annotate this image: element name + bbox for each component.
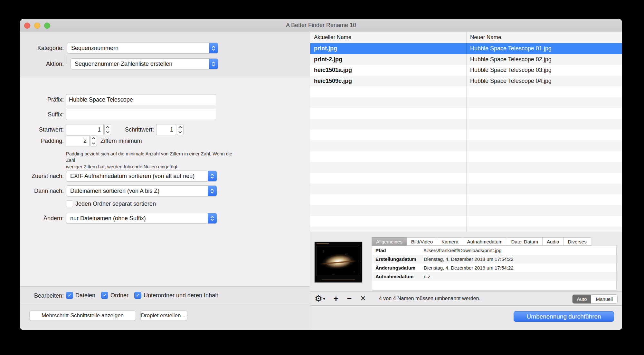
new-name-cell: Hubble Space Telescope 02.jpg xyxy=(466,54,622,65)
startwert-label: Startwert: xyxy=(20,124,64,135)
metadata-row: Änderungsdatum Dienstag, 4. Dezember 201… xyxy=(372,263,616,272)
tab-audio[interactable]: Audio xyxy=(542,237,564,246)
metadata-key: Erstellungsdatum xyxy=(372,256,424,262)
padding-input[interactable]: 2 xyxy=(66,135,90,146)
metadata-panel: Allgemeines Bild/Video Kamera Aufnahmeda… xyxy=(310,232,622,292)
stepper-up-icon[interactable] xyxy=(105,124,111,130)
padding-stepper[interactable] xyxy=(90,135,97,146)
dann-nach-popup[interactable]: Dateinamen sortieren (von A bis Z) xyxy=(66,185,217,196)
bearbeiten-dateien-row: ✓ Dateien xyxy=(66,292,95,299)
aendern-label: Ändern: xyxy=(20,213,64,224)
dateien-label: Dateien xyxy=(75,292,95,299)
padding-label: Padding: xyxy=(20,135,64,146)
bearbeiten-section: Bearbeiten: ✓ Dateien ✓ Ordner ✓ Unteror… xyxy=(20,286,310,304)
tab-kamera[interactable]: Kamera xyxy=(437,237,463,246)
file-list-panel: Aktueller Name Neuer Name print.jpg Hubb… xyxy=(310,32,622,330)
old-name-cell: heic1501a.jpg xyxy=(310,65,466,76)
add-files-icon[interactable]: + xyxy=(334,294,338,303)
schrittwert-input[interactable]: 1 xyxy=(156,124,176,135)
tab-diverses[interactable]: Diverses xyxy=(563,237,591,246)
popup-chevrons-icon xyxy=(208,171,217,181)
tab-allgemeines[interactable]: Allgemeines xyxy=(372,237,407,246)
popup-chevrons-icon xyxy=(208,213,217,223)
schrittwert-stepper[interactable] xyxy=(177,124,184,135)
chevron-down-icon[interactable]: ▾ xyxy=(323,296,325,301)
remove-files-icon[interactable]: − xyxy=(347,294,352,303)
action-bar: Umbenennung durchführen xyxy=(310,306,622,330)
stars xyxy=(323,252,324,252)
tab-datei-datum[interactable]: Datei Datum xyxy=(507,237,543,246)
popup-chevrons-icon xyxy=(209,43,218,53)
list-toolbar: ⚙ ▾ + − ✕ 4 von 4 Namen müssen umbenannt… xyxy=(310,292,622,305)
window-title: A Better Finder Rename 10 xyxy=(20,19,622,32)
segment-auto[interactable]: Auto xyxy=(573,295,592,303)
dann-nach-popup-value: Dateinamen sortieren (von A bis Z) xyxy=(66,188,208,194)
padding-help-line1: Padding bezieht sich auf die minimale An… xyxy=(66,151,240,163)
ordner-label: Ordner xyxy=(110,292,128,299)
clear-list-icon[interactable]: ✕ xyxy=(360,295,366,302)
old-name-cell: print-2.jpg xyxy=(310,54,466,65)
segment-manuell[interactable]: Manuell xyxy=(591,295,617,303)
metadata-value: n.z. xyxy=(424,274,616,279)
new-name-cell: Hubble Space Telescope 04.jpg xyxy=(466,76,622,87)
auto-manuell-segmented-control: Auto Manuell xyxy=(572,294,618,304)
startwert-stepper[interactable] xyxy=(104,124,111,135)
unterordner-checkbox[interactable]: ✓ xyxy=(134,292,141,299)
dann-nach-label: Dann nach: xyxy=(20,185,64,196)
dateien-checkbox[interactable]: ✓ xyxy=(66,292,73,299)
poster-image-area xyxy=(317,246,360,276)
column-header-aktueller-name[interactable]: Aktueller Name xyxy=(314,32,351,43)
startwert-input[interactable]: 1 xyxy=(66,124,104,135)
schrittwert-label: Schrittwert: xyxy=(115,124,154,135)
aktion-popup[interactable]: Sequenznummer-Zahlenliste erstellen xyxy=(71,58,218,69)
settings-panel: Kategorie: Sequenznummern Aktion: Sequen… xyxy=(20,32,310,330)
stepper-down-icon[interactable] xyxy=(177,130,183,135)
metadata-row: Pfad /Users/frankreiff/Downloads/print.j… xyxy=(372,246,616,255)
zuerst-nach-popup[interactable]: EXIF Aufnahmedatum sortieren (von alt au… xyxy=(66,171,217,182)
separat-sortieren-checkbox[interactable] xyxy=(66,200,73,207)
mehrschritt-button[interactable]: Mehrschritt-Schnittstelle anzeigen xyxy=(29,311,136,321)
kategorie-popup[interactable]: Sequenznummern xyxy=(67,43,218,54)
popup-chevrons-icon xyxy=(209,59,218,69)
umbenennung-durchfuehren-button[interactable]: Umbenennung durchführen xyxy=(514,311,614,322)
metadata-value: /Users/frankreiff/Downloads/print.jpg xyxy=(424,248,616,253)
droplet-button[interactable]: Droplet erstellen ... xyxy=(140,311,187,321)
tab-bild-video[interactable]: Bild/Video xyxy=(407,237,437,246)
poster-title-bar xyxy=(317,243,329,244)
bearbeiten-label: Bearbeiten: xyxy=(20,290,64,301)
column-divider[interactable] xyxy=(466,32,467,232)
kategorie-label: Kategorie: xyxy=(20,43,64,54)
metadata-table: Pfad /Users/frankreiff/Downloads/print.j… xyxy=(372,246,617,291)
stepper-down-icon[interactable] xyxy=(90,141,97,146)
kategorie-popup-value: Sequenznummern xyxy=(67,45,209,52)
padding-help-text: Padding bezieht sich auf die minimale An… xyxy=(66,151,240,170)
zuerst-nach-popup-value: EXIF Aufnahmedatum sortieren (von alt au… xyxy=(66,173,208,180)
title-bar[interactable]: A Better Finder Rename 10 xyxy=(20,19,622,32)
aendern-popup-value: nur Dateinamen (ohne Suffix) xyxy=(66,215,208,222)
action-settings-section: Präfix: Hubble Space Telescope Suffix: S… xyxy=(20,77,310,286)
old-name-cell: heic1509c.jpg xyxy=(310,76,466,87)
ordner-checkbox[interactable]: ✓ xyxy=(101,292,108,299)
separat-sortieren-label: Jeden Ordner separat sortieren xyxy=(75,201,156,207)
metadata-key: Pfad xyxy=(372,248,424,253)
stepper-up-icon[interactable] xyxy=(90,136,97,141)
connector-elbow xyxy=(67,54,70,64)
new-name-cell: Hubble Space Telescope 01.jpg xyxy=(466,43,622,54)
suffix-input[interactable] xyxy=(66,109,216,120)
aendern-popup[interactable]: nur Dateinamen (ohne Suffix) xyxy=(66,213,217,224)
padding-unit-label: Ziffern minimum xyxy=(100,135,142,146)
aktion-label: Aktion: xyxy=(20,58,64,69)
stepper-down-icon[interactable] xyxy=(105,130,111,135)
bearbeiten-ordner-row: ✓ Ordner xyxy=(101,292,128,299)
stepper-up-icon[interactable] xyxy=(177,124,183,130)
tab-aufnahmedatum[interactable]: Aufnahmedatum xyxy=(463,237,507,246)
footer-buttons-section: Mehrschritt-Schnittstelle anzeigen Dropl… xyxy=(20,304,310,330)
metadata-row: Aufnahmedatum n.z. xyxy=(372,272,616,281)
metadata-row: Erstellungsdatum Dienstag, 4. Dezember 2… xyxy=(372,255,616,263)
file-preview-thumbnail xyxy=(314,242,363,283)
column-header-neuer-name[interactable]: Neuer Name xyxy=(470,32,501,43)
gear-icon[interactable]: ⚙ xyxy=(315,294,322,303)
metadata-value: Dienstag, 4. Dezember 2018 um 17:54:22 xyxy=(424,265,616,271)
praefix-input[interactable]: Hubble Space Telescope xyxy=(66,94,216,105)
padding-help-line2: weniger Ziffern hat, werden führende Nul… xyxy=(66,163,240,170)
